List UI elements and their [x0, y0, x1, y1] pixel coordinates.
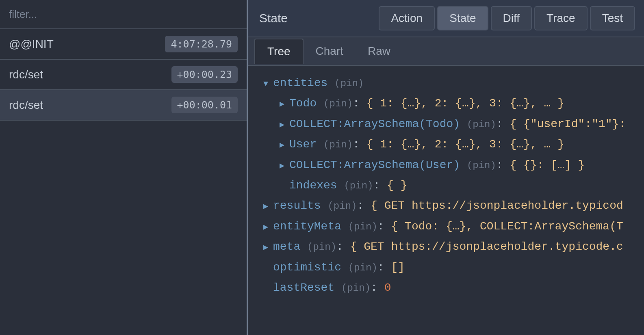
devtools-app: @@INIT4:07:28.79rdc/set+00:00.23rdc/set+… — [0, 0, 644, 335]
action-row[interactable]: rdc/set+00:00.23 — [0, 60, 247, 90]
tree-value: [] — [391, 261, 405, 274]
subtab-raw[interactable]: Raw — [356, 39, 403, 63]
colon: : — [336, 240, 350, 253]
action-name: @@INIT — [9, 38, 54, 51]
pin-label[interactable]: (pin) — [348, 221, 377, 232]
action-row[interactable]: @@INIT4:07:28.79 — [0, 29, 247, 60]
expand-arrow-icon[interactable] — [263, 196, 273, 216]
expand-arrow-icon[interactable] — [280, 155, 289, 175]
tab-diff[interactable]: Diff — [491, 6, 532, 30]
tab-state[interactable]: State — [437, 6, 488, 30]
action-name: rdc/set — [9, 99, 43, 112]
pin-label[interactable]: (pin) — [334, 78, 364, 89]
colon: : — [357, 199, 371, 212]
tree-node[interactable]: meta (pin): { GET https://jsonplaceholde… — [253, 237, 639, 257]
tree-node[interactable]: optimistic (pin): [] — [253, 257, 639, 278]
tree-key: indexes — [289, 179, 337, 192]
tree-key: Todo — [289, 97, 317, 110]
tree-value: { 1: {…}, 2: {…}, 3: {…}, … } — [366, 138, 564, 151]
inspector-top-bar: State ActionStateDiffTraceTest — [248, 0, 644, 37]
tree-value: { } — [387, 179, 407, 192]
filter-input[interactable] — [0, 0, 247, 29]
action-row[interactable]: rdc/set+00:00.01 — [0, 90, 247, 121]
expand-arrow-icon[interactable] — [280, 114, 289, 134]
tab-trace[interactable]: Trace — [534, 6, 588, 30]
action-timestamp: 4:07:28.79 — [165, 36, 238, 52]
action-list: @@INIT4:07:28.79rdc/set+00:00.23rdc/set+… — [0, 29, 247, 121]
tab-action[interactable]: Action — [379, 6, 435, 30]
expand-arrow-icon[interactable] — [263, 216, 273, 237]
tree-key: optimistic — [273, 261, 341, 274]
pin-label[interactable]: (pin) — [341, 283, 371, 294]
tree-node[interactable]: indexes (pin): { } — [253, 175, 639, 196]
panel-label: State — [259, 11, 288, 25]
expand-arrow-icon[interactable] — [263, 73, 273, 93]
inspector-sub-tabs: TreeChartRaw — [248, 37, 644, 66]
tab-test[interactable]: Test — [590, 6, 635, 30]
colon: : — [496, 118, 510, 130]
tree-node[interactable]: User (pin): { 1: {…}, 2: {…}, 3: {…}, … … — [253, 134, 639, 155]
tree-value: { 1: {…}, 2: {…}, 3: {…}, … } — [366, 97, 564, 110]
expand-arrow-icon[interactable] — [263, 237, 273, 257]
colon: : — [377, 261, 391, 274]
tree-value: 0 — [384, 281, 391, 294]
tree-value: { GET https://jsonplaceholder.typicode.c — [350, 240, 623, 253]
action-timestamp: +00:00.01 — [171, 97, 238, 113]
tree-node[interactable]: results (pin): { GET https://jsonplaceho… — [253, 196, 639, 216]
colon: : — [377, 220, 391, 233]
inspector-tab-bar: ActionStateDiffTraceTest — [379, 6, 635, 30]
tree-value: { {"userId":"1"}: — [510, 118, 626, 130]
colon: : — [353, 97, 366, 110]
colon: : — [496, 159, 510, 171]
tree-node[interactable]: COLLECT:ArraySchema(User) (pin): { {}: [… — [253, 155, 639, 175]
tree-key: entities — [273, 77, 327, 89]
tree-key: meta — [273, 240, 300, 253]
inspector-panel: State ActionStateDiffTraceTest TreeChart… — [248, 0, 644, 335]
pin-label[interactable]: (pin) — [467, 160, 496, 171]
pin-label[interactable]: (pin) — [344, 180, 373, 191]
tree-key: results — [273, 199, 321, 212]
pin-label[interactable]: (pin) — [307, 242, 336, 253]
tree-key: COLLECT:ArraySchema(User) — [289, 159, 460, 171]
tree-node[interactable]: Todo (pin): { 1: {…}, 2: {…}, 3: {…}, … … — [253, 93, 639, 114]
tree-key: entityMeta — [273, 220, 341, 233]
tree-value: { GET https://jsonplaceholder.typicod — [371, 199, 623, 212]
pin-label[interactable]: (pin) — [348, 262, 377, 273]
tree-node[interactable]: lastReset (pin): 0 — [253, 278, 639, 298]
tree-key: COLLECT:ArraySchema(Todo) — [289, 118, 460, 130]
tree-node[interactable]: entities (pin) — [253, 73, 639, 93]
colon: : — [371, 281, 384, 294]
tree-key: lastReset — [273, 281, 334, 294]
colon: : — [353, 138, 366, 151]
state-tree[interactable]: entities (pin)Todo (pin): { 1: {…}, 2: {… — [248, 66, 644, 335]
tree-key: User — [289, 138, 317, 151]
subtab-chart[interactable]: Chart — [304, 39, 356, 63]
action-name: rdc/set — [9, 68, 43, 81]
colon: : — [373, 179, 387, 192]
tree-node[interactable]: COLLECT:ArraySchema(Todo) (pin): { {"use… — [253, 114, 639, 134]
tree-value: { Todo: {…}, COLLECT:ArraySchema(T — [391, 220, 623, 233]
expand-arrow-icon[interactable] — [280, 134, 289, 155]
expand-arrow-icon[interactable] — [280, 93, 289, 114]
pin-label[interactable]: (pin) — [323, 139, 353, 150]
pin-label[interactable]: (pin) — [323, 98, 353, 109]
tree-value: { {}: […] } — [510, 159, 585, 171]
tree-node[interactable]: entityMeta (pin): { Todo: {…}, COLLECT:A… — [253, 216, 639, 237]
action-timestamp: +00:00.23 — [171, 66, 238, 83]
action-list-panel: @@INIT4:07:28.79rdc/set+00:00.23rdc/set+… — [0, 0, 248, 335]
pin-label[interactable]: (pin) — [327, 201, 357, 212]
subtab-tree[interactable]: Tree — [254, 39, 304, 64]
pin-label[interactable]: (pin) — [467, 119, 496, 130]
